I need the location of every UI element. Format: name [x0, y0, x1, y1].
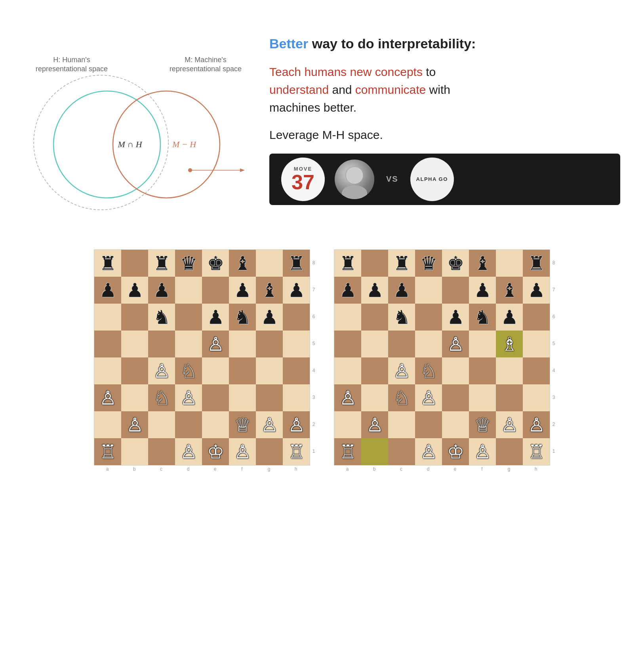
chess-cell: ♟: [523, 277, 550, 304]
chess-board-2: ♜♜♛♚♝♜♟♟♟♟♝♟♞♟♞♟♙♗♙♘♙♘♙♙♕♙♙♖♙♔♙♖: [334, 249, 550, 466]
rank-label: 6: [550, 303, 557, 330]
chess-cell: ♟: [283, 277, 310, 304]
chess-cell: [121, 331, 148, 357]
chess-cell: ♟: [256, 304, 283, 331]
board1-files: abcdefgh: [94, 466, 310, 473]
chess-cell: [283, 384, 310, 411]
alpha-go-text: ALPHA GO: [416, 176, 448, 182]
chess-board-1: ♜♜♛♚♝♜♟♟♟♟♝♟♞♟♞♟♙♙♘♙♘♙♙♕♙♙♖♙♔♙♖: [94, 249, 310, 466]
chess-cell: ♟: [148, 277, 175, 304]
file-label: b: [361, 466, 388, 473]
chess-cell: [229, 357, 256, 384]
file-label: g: [255, 466, 282, 473]
chess-cell: [388, 331, 415, 357]
chess-cell: [148, 331, 175, 357]
rank-label: 7: [310, 276, 317, 303]
chess-cell: [523, 331, 550, 357]
chess-cell: ♖: [334, 438, 361, 465]
move-circle: MOVE 37: [281, 158, 325, 201]
chess-cell: [229, 331, 256, 357]
chess-cell: [94, 411, 121, 438]
chess-cell: ♝: [229, 250, 256, 277]
chess-cell: [388, 438, 415, 465]
alpha-go-circle: ALPHA GO: [410, 158, 454, 201]
chess-section: ♜♜♛♚♝♜♟♟♟♟♝♟♞♟♞♟♙♙♘♙♘♙♙♕♙♙♖♙♔♙♖ 87654321…: [24, 249, 620, 466]
chess-cell: [121, 304, 148, 331]
chess-cell: [202, 384, 229, 411]
chess-cell: [256, 384, 283, 411]
rank-label: 1: [550, 438, 557, 465]
title-rest: way to do interpretability:: [308, 36, 476, 51]
chess-cell: ♙: [175, 384, 202, 411]
title-better: Better: [269, 36, 308, 51]
chess-cell: ♗: [496, 331, 523, 357]
chess-cell: [202, 357, 229, 384]
top-section: H: Human's representational space M: Mac…: [24, 32, 620, 226]
chess-cell: ♙: [148, 357, 175, 384]
chess-cell: ♙: [415, 438, 442, 465]
svg-point-1: [53, 91, 160, 198]
page-container: H: Human's representational space M: Mac…: [0, 0, 644, 665]
chess-cell: ♙: [442, 331, 469, 357]
chess-cell: ♛: [415, 250, 442, 277]
board2-files: abcdefgh: [334, 466, 550, 473]
chess-cell: [334, 357, 361, 384]
chess-cell: [415, 277, 442, 304]
file-label: g: [495, 466, 522, 473]
chess-cell: [202, 277, 229, 304]
chess-cell: [148, 411, 175, 438]
chess-cell: ♙: [256, 411, 283, 438]
chess-cell: ♙: [361, 411, 388, 438]
chess-cell: ♟: [229, 277, 256, 304]
chess-cell: ♘: [388, 384, 415, 411]
file-label: h: [282, 466, 309, 473]
chess-cell: [175, 277, 202, 304]
chess-cell: [148, 438, 175, 465]
chess-cell: ♘: [175, 357, 202, 384]
chess-cell: [496, 438, 523, 465]
desc-to: to: [423, 65, 436, 78]
rank-label: 2: [310, 411, 317, 438]
chess-cell: ♙: [121, 411, 148, 438]
chess-cell: [361, 438, 388, 465]
file-label: d: [175, 466, 202, 473]
venn-svg: M ∩ H M − H: [24, 44, 246, 226]
chess-cell: [229, 384, 256, 411]
chess-cell: [442, 277, 469, 304]
chess-cell: [121, 438, 148, 465]
chess-cell: ♙: [229, 438, 256, 465]
chess-cell: ♝: [469, 250, 496, 277]
chess-cell: ♙: [415, 384, 442, 411]
chess-cell: ♔: [202, 438, 229, 465]
chess-cell: [415, 331, 442, 357]
rank-label: 6: [310, 303, 317, 330]
chess-cell: ♟: [496, 304, 523, 331]
chess-cell: [415, 411, 442, 438]
leverage-text: Leverage M-H space.: [269, 128, 620, 142]
chess-cell: [175, 304, 202, 331]
chess-cell: [442, 357, 469, 384]
chess-cell: [175, 411, 202, 438]
chess-cell: [256, 357, 283, 384]
move-number: 37: [292, 172, 314, 192]
chess-cell: ♔: [442, 438, 469, 465]
chess-cell: ♖: [94, 438, 121, 465]
chess-cell: [361, 250, 388, 277]
chess-cell: [94, 304, 121, 331]
chess-cell: [283, 304, 310, 331]
rank-label: 3: [550, 384, 557, 411]
file-label: a: [334, 466, 361, 473]
chess-cell: ♕: [469, 411, 496, 438]
chess-cell: [283, 357, 310, 384]
right-content: Better way to do interpretability: Teach…: [269, 32, 620, 205]
chess-cell: ♟: [334, 277, 361, 304]
vs-text: VS: [386, 175, 398, 184]
chess-cell: ♜: [388, 250, 415, 277]
chess-cell: [496, 357, 523, 384]
chess-cell: [388, 411, 415, 438]
file-label: b: [121, 466, 148, 473]
player-photo: [335, 160, 374, 199]
chess-cell: ♟: [202, 304, 229, 331]
chess-cell: ♜: [148, 250, 175, 277]
chess-cell: ♖: [283, 438, 310, 465]
